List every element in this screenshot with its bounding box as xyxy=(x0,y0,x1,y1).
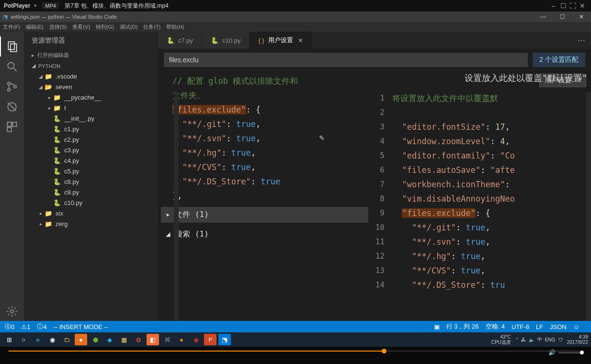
section-files[interactable]: ▸ 文件 (1) xyxy=(161,207,368,223)
menu-help[interactable]: 帮助(H) xyxy=(166,23,184,31)
editor-area: 🐍c7.py 🐍c10.py { }用户设置✕ ⋯ 2 个设置匹配 ✎ // 配… xyxy=(158,32,591,321)
folder-seven[interactable]: ◢📂seven xyxy=(29,81,158,92)
explorer-icon[interactable] xyxy=(0,36,24,57)
tabs-overflow-icon[interactable]: ⋯ xyxy=(572,32,591,49)
status-feedback-icon[interactable]: ☺ xyxy=(573,323,580,330)
file-c9[interactable]: 🐍c9.py xyxy=(29,187,158,197)
settings-search-input[interactable] xyxy=(164,53,528,67)
file-c5[interactable]: 🐍c5.py xyxy=(29,166,158,176)
file-init[interactable]: 🐍__init__.py xyxy=(29,113,158,124)
default-settings-pane[interactable]: // 配置 glob 模式以排除文件和 文件夹。 "files.exclude"… xyxy=(158,71,371,321)
taskbar-app-5[interactable]: ✿ xyxy=(132,334,145,345)
vscode-maximize-button[interactable]: ☐ xyxy=(553,13,572,20)
tray-volume-icon[interactable]: 🔈 xyxy=(529,337,534,342)
status-cursor-pos[interactable]: 行 3，列 26 xyxy=(446,322,479,331)
tray-ime-eng[interactable]: ENG xyxy=(545,337,556,342)
svg-point-2 xyxy=(8,62,14,68)
volume-icon[interactable]: 🔊 xyxy=(548,349,556,356)
player-controls: 🔊 xyxy=(0,347,591,364)
tab-c7[interactable]: 🐍c7.py xyxy=(158,32,202,49)
menu-tasks[interactable]: 任务(T) xyxy=(143,23,160,31)
potplayer-menu-chevron[interactable]: ▼ xyxy=(33,3,37,8)
vscode-minimize-button[interactable]: — xyxy=(534,13,553,20)
section-search[interactable]: ◢ 搜索 (1) xyxy=(161,227,368,242)
svg-rect-0 xyxy=(8,42,14,49)
status-eol[interactable]: LF xyxy=(536,323,543,330)
taskbar-app-6[interactable]: ◧ xyxy=(147,334,159,345)
video-format-badge: MP4 xyxy=(42,2,59,9)
project-section[interactable]: ◢PYTHON xyxy=(24,61,158,71)
vscode-taskbar-icon[interactable]: ⬔ xyxy=(218,334,231,345)
chrome-icon[interactable]: ◉ xyxy=(46,334,58,345)
start-button[interactable]: ⊞ xyxy=(3,334,15,345)
vscode-titlebar[interactable]: ⬔ settings.json — python — Visual Studio… xyxy=(0,11,591,22)
opened-editors-section[interactable]: ▸打开的编辑器 xyxy=(24,50,158,61)
volume-slider[interactable] xyxy=(558,352,582,353)
menu-view[interactable]: 查看(V) xyxy=(72,23,90,31)
close-icon[interactable]: ✕ xyxy=(578,2,587,10)
tab-close-icon[interactable]: ✕ xyxy=(298,37,303,44)
tab-settings[interactable]: { }用户设置✕ xyxy=(250,32,312,49)
vscode-close-button[interactable]: ✕ xyxy=(572,13,591,20)
tray-security-icon[interactable]: 🛡 xyxy=(558,337,563,342)
seek-bar[interactable] xyxy=(9,351,582,352)
menu-edit[interactable]: 编辑(E) xyxy=(26,23,44,31)
potplayer-logo[interactable]: PotPlayer xyxy=(4,2,30,9)
search-icon[interactable] xyxy=(0,57,24,77)
menu-debug[interactable]: 调试(D) xyxy=(120,23,137,31)
status-screencast-icon[interactable]: ▣ xyxy=(434,323,440,330)
vscode-menubar: 文件(F) 编辑(E) 选择(S) 查看(V) 转到(G) 调试(D) 任务(T… xyxy=(0,22,591,32)
taskbar-app-2[interactable]: ⬢ xyxy=(89,334,102,345)
tray-ime-zh[interactable]: 中 xyxy=(537,336,542,343)
menu-go[interactable]: 转到(G) xyxy=(96,23,114,31)
status-info[interactable]: ⓘ 4 xyxy=(37,322,46,331)
video-title: 第7章 包、模块、函数与变量作用域.mp4 xyxy=(65,2,549,10)
svg-rect-1 xyxy=(11,44,17,52)
folder-vscode[interactable]: ◢📁.vscode xyxy=(29,71,158,81)
file-c3[interactable]: 🐍c3.py xyxy=(29,145,158,155)
vscode-logo-icon: ⬔ xyxy=(3,14,8,20)
status-errors[interactable]: ⓧ 0 xyxy=(5,322,14,331)
powerpoint-icon[interactable]: P xyxy=(204,334,216,345)
cortana-icon[interactable]: ○ xyxy=(17,334,30,345)
file-c2[interactable]: 🐍c2.py xyxy=(29,134,158,145)
svg-point-5 xyxy=(8,89,10,91)
file-c1[interactable]: 🐍c1.py xyxy=(29,124,158,134)
status-encoding[interactable]: UTF-8 xyxy=(511,323,529,330)
taskbar-app-9[interactable]: ◉ xyxy=(190,334,202,345)
debug-icon[interactable] xyxy=(0,97,24,117)
taskbar-app-8[interactable]: ● xyxy=(175,334,188,345)
status-language[interactable]: JSON xyxy=(550,323,567,330)
status-indentation[interactable]: 空格: 4 xyxy=(486,322,505,331)
edge-icon[interactable]: e xyxy=(32,334,44,345)
tray-clock[interactable]: 4:392017/9/22 xyxy=(567,334,589,345)
potplayer-titlebar: PotPlayer ▼ MP4 第7章 包、模块、函数与变量作用域.mp4 – … xyxy=(0,0,591,11)
tray-chevron-icon[interactable]: ˄ xyxy=(516,337,518,342)
folder-zerg[interactable]: ▸📁zerg xyxy=(29,218,158,229)
taskbar-app-1[interactable]: ● xyxy=(75,334,87,345)
maximize-icon[interactable]: ☐ xyxy=(558,2,568,10)
fullscreen-icon[interactable]: ⛶ xyxy=(568,2,578,10)
file-explorer-icon[interactable]: 🗀 xyxy=(60,334,73,345)
taskbar-app-4[interactable]: ▦ xyxy=(118,334,130,345)
user-settings-pane[interactable]: 用户设置 设置放入此处以覆盖"默认设置" 1234567891011121314… xyxy=(371,71,591,321)
file-c8[interactable]: 🐍c8.py xyxy=(29,176,158,187)
settings-gear-icon[interactable] xyxy=(0,301,24,321)
file-c4[interactable]: 🐍c4.py xyxy=(29,155,158,166)
folder-pycache[interactable]: ▸📁__pycache__ xyxy=(29,92,158,102)
folder-t[interactable]: ▸📁t xyxy=(29,102,158,113)
minimap-right[interactable] xyxy=(586,92,591,321)
taskbar-app-7[interactable]: ⌘ xyxy=(161,334,173,345)
taskbar-app-3[interactable]: ◆ xyxy=(103,334,116,345)
menu-file[interactable]: 文件(F) xyxy=(3,23,20,31)
extensions-icon[interactable] xyxy=(0,117,24,137)
tray-network-icon[interactable]: 🖧 xyxy=(521,337,526,342)
minimap-left[interactable] xyxy=(174,92,179,321)
source-control-icon[interactable] xyxy=(0,77,24,97)
minimize-icon[interactable]: – xyxy=(549,2,558,10)
folder-six[interactable]: ▸📁six xyxy=(29,208,158,218)
status-warnings[interactable]: ⚠ 1 xyxy=(21,323,30,330)
tab-c10[interactable]: 🐍c10.py xyxy=(202,32,250,49)
file-c10[interactable]: 🐍c10.py xyxy=(29,197,158,208)
menu-selection[interactable]: 选择(S) xyxy=(49,23,67,31)
